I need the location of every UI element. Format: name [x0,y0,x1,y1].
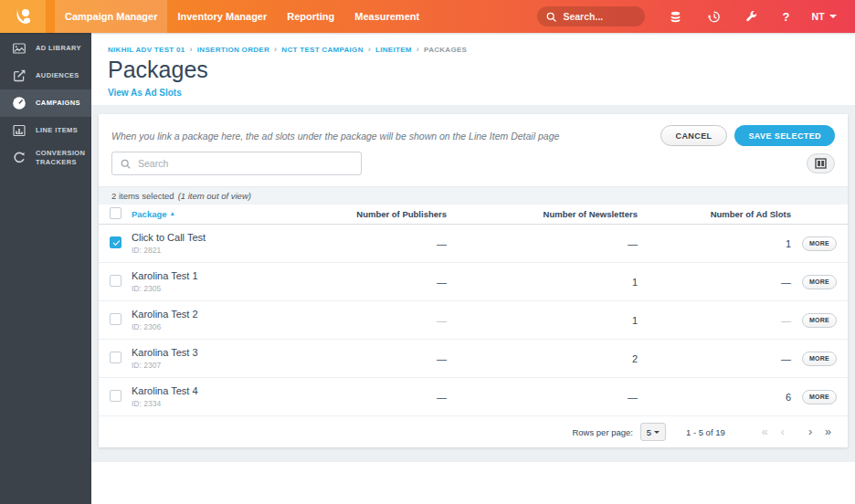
ad-slots-value: 1 [638,238,791,249]
breadcrumb-item-insertion-order[interactable]: INSERTION ORDER [197,46,269,54]
previous-page-button[interactable]: ‹ [781,426,785,438]
table-row: Karolina Test 2 ID: 2306 — 1 — MORE [99,301,848,340]
breadcrumb-separator: › [417,45,419,54]
package-id: ID: 2334 [132,399,305,408]
table-row: Karolina Test 1 ID: 2305 — 1 — MORE [99,263,848,301]
table-search[interactable] [111,152,362,175]
ad-slots-value: — [638,315,791,326]
bottom-spacer [91,462,855,504]
table-row: Karolina Test 4 ID: 2334 — — 6 MORE [99,378,848,416]
breadcrumb-item-packages: PACKAGES [424,46,467,54]
row-checkbox[interactable] [110,275,121,287]
global-search-input[interactable] [563,11,636,22]
table-search-input[interactable] [138,158,354,169]
page-header: NIKHIL ADV TEST 01 › INSERTION ORDER › N… [91,33,855,105]
primary-nav: Campaign Manager Inventory Manager Repor… [55,0,429,33]
sidebar-item-line-items[interactable]: LINE ITEMS [0,117,91,144]
packages-card: When you link a package here, the ad slo… [99,114,848,447]
breadcrumb-item-campaign[interactable]: NCT TEST CAMPAIGN [281,46,363,54]
sidebar: AD LIBRARY AUDIENCES CAMPAIGNS [0,33,91,504]
help-icon[interactable]: ? [782,10,789,24]
chevron-down-icon [654,431,660,434]
row-checkbox[interactable] [110,352,121,363]
more-button[interactable]: MORE [802,313,837,328]
ad-slots-value: — [638,353,791,364]
publishers-value: — [305,277,447,288]
column-header-publishers[interactable]: Number of Publishers [305,209,447,219]
newsletters-value: 2 [447,353,638,364]
breadcrumb-separator: › [274,45,277,54]
breadcrumb-item-advertiser[interactable]: NIKHIL ADV TEST 01 [108,46,185,54]
newsletters-value: — [447,392,638,403]
next-page-button[interactable]: › [808,426,812,438]
newsletters-value: — [447,238,638,249]
nav-measurement[interactable]: Measurement [344,0,429,33]
package-id: ID: 2307 [132,361,305,370]
top-navigation-bar: Campaign Manager Inventory Manager Repor… [0,0,855,33]
more-button[interactable]: MORE [802,236,837,251]
wrench-icon[interactable] [744,9,759,24]
more-button[interactable]: MORE [802,352,837,366]
breadcrumb-separator: › [190,45,193,54]
sidebar-item-audiences[interactable]: AUDIENCES [0,62,91,89]
user-initials: NT [811,11,825,22]
ad-slots-value: — [638,277,791,288]
sort-asc-icon: ▲ [170,211,175,217]
more-button[interactable]: MORE [802,390,837,404]
package-name: Karolina Test 2 [132,309,305,320]
breadcrumb: NIKHIL ADV TEST 01 › INSERTION ORDER › N… [108,45,839,54]
compose-icon [11,68,27,83]
pagination-range: 1 - 5 of 19 [686,427,725,437]
gauge-icon [11,96,27,110]
nav-inventory-manager[interactable]: Inventory Manager [167,0,277,33]
package-name: Karolina Test 1 [132,270,305,281]
breadcrumb-item-lineitem[interactable]: LINEITEM [375,46,412,54]
nav-reporting[interactable]: Reporting [277,0,344,33]
select-all-checkbox[interactable] [110,207,121,219]
column-header-package[interactable]: Package ▲ [132,209,305,219]
cancel-button[interactable]: CANCEL [660,125,728,146]
package-name: Karolina Test 4 [132,385,305,396]
selection-summary: 2 items selected (1 item out of view) [99,186,848,205]
search-icon [120,158,132,170]
app-logo[interactable] [0,0,46,33]
search-icon [545,11,557,23]
first-page-button[interactable]: « [762,426,768,438]
columns-icon [815,158,827,169]
table-pagination: Rows per page: 5 1 - 5 of 19 « ‹ › » [99,416,848,447]
global-search[interactable] [537,6,645,26]
sidebar-item-ad-library[interactable]: AD LIBRARY [0,35,91,62]
rows-per-page-select[interactable]: 5 [640,423,666,441]
stack-icon[interactable] [668,9,683,25]
sidebar-item-campaigns[interactable]: CAMPAIGNS [0,89,91,117]
row-checkbox[interactable] [110,390,121,402]
publishers-value: — [305,315,447,326]
table-row: Karolina Test 3 ID: 2307 — 2 — MORE [99,340,848,378]
page-title: Packages [108,57,839,83]
column-header-newsletters[interactable]: Number of Newsletters [447,209,638,219]
sidebar-item-conversion-trackers[interactable]: CONVERSION TRACKERS [0,144,91,172]
info-message: When you link a package here, the ad slo… [111,131,559,142]
newsletters-value: 1 [447,315,638,326]
view-as-ad-slots-link[interactable]: View As Ad Slots [108,88,182,98]
row-checkbox[interactable] [110,313,121,325]
last-page-button[interactable]: » [825,426,831,438]
more-button[interactable]: MORE [802,275,837,289]
column-header-ad-slots[interactable]: Number of Ad Slots [638,209,791,219]
package-id: ID: 2305 [132,284,305,293]
breadcrumb-separator: › [368,45,371,54]
ad-slots-value: 6 [638,392,791,403]
package-id: ID: 2821 [132,246,305,255]
history-icon[interactable] [706,9,722,25]
row-checkbox[interactable] [110,236,121,248]
content-area: When you link a package here, the ad slo… [91,105,855,462]
user-menu[interactable]: NT [811,11,837,22]
table-row: Click to Call Test ID: 2821 — — 1 MORE [99,225,848,263]
column-settings-button[interactable] [807,153,835,173]
save-selected-button[interactable]: SAVE SELECTED [734,125,835,146]
main-area: NIKHIL ADV TEST 01 › INSERTION ORDER › N… [91,33,855,504]
package-id: ID: 2306 [132,322,305,331]
rows-per-page-label: Rows per page: [572,427,633,437]
nav-campaign-manager[interactable]: Campaign Manager [55,0,167,33]
publishers-value: — [305,392,447,403]
